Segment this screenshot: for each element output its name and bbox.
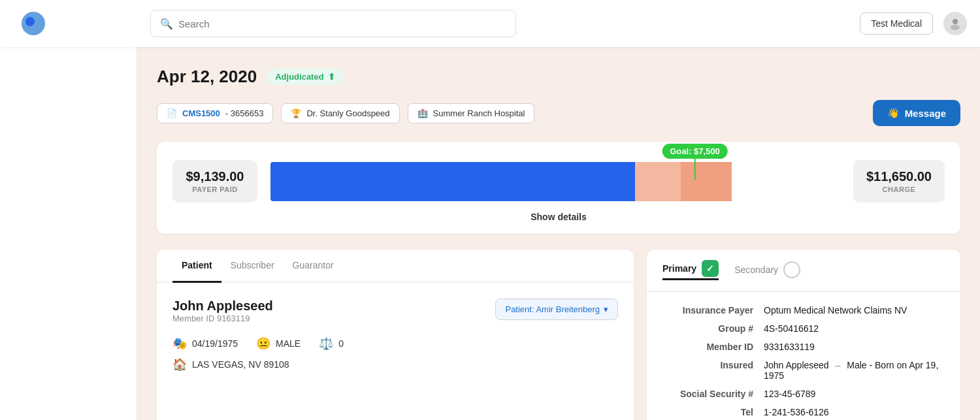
address-icon: 🏠 [172,357,187,372]
ins-label-member: Member ID [662,342,764,352]
org-button[interactable]: Test Medical [860,12,933,35]
patient-name-row: John Appleseed Member ID 9163119 Patient… [172,299,618,334]
progress-row: $9,139.00 PAYER PAID Goal: $7,500 $11,65… [172,160,945,202]
ins-value-member: 9331633119 [764,342,815,352]
goal-pill: Goal: $7,500 [662,144,728,159]
search-icon: 🔍 [160,18,173,30]
ins-row-insured: Insured John Appleseed – Male - Born on … [662,360,945,381]
patient-select-label: Patient: Amir Breitenberg [505,304,600,314]
secondary-label: Secondary [734,265,778,275]
balance-value: 0 [338,338,344,349]
sidebar [0,47,137,420]
ins-value-ssn: 123-45-6789 [764,389,815,399]
doctor-label: Dr. Stanly Goodspeed [306,108,389,118]
hospital-icon: 🏥 [417,108,428,118]
primary-check-icon: ✓ [702,260,719,277]
ins-row-payer: Insurance Payer Optum Medical Network Cl… [662,305,945,315]
charge-label: CHARGE [866,186,932,193]
tab-subscriber[interactable]: Subscriber [221,250,284,283]
secondary-circle-icon [783,261,800,278]
svg-point-1 [25,17,35,26]
search-box: 🔍 [150,10,516,37]
patient-select[interactable]: Patient: Amir Breitenberg ▾ [495,299,618,320]
chevron-down-icon: ▾ [604,304,608,314]
gender-icon: 😐 [256,336,270,351]
ins-label-tel: Tel [662,407,764,417]
left-panel: Patient Subscriber Guarantor John Apples… [157,250,634,420]
gender-detail: 😐 MALE [256,336,301,351]
user-avatar[interactable] [943,12,967,35]
page-date: Apr 12, 2020 [157,67,257,87]
ins-value-tel: 1-241-536-6126 [764,407,829,417]
insurance-tabs: Primary ✓ Secondary [647,250,960,292]
tags-row: 📄 CMS1500 - 3656653 🏆 Dr. Stanly Goodspe… [157,100,960,126]
member-id: Member ID 9163119 [172,314,273,323]
status-label: Adjudicated [275,72,323,82]
svg-point-2 [953,19,958,24]
goal-line: Goal: $7,500 [662,144,728,180]
logo-area [13,10,150,37]
logo-icon [20,10,47,37]
cms-icon: 📄 [167,108,177,118]
charge-amount: $11,650.00 [866,169,932,184]
ins-tab-primary[interactable]: Primary ✓ [662,260,719,280]
ins-value-insured: John Appleseed – Male - Born on Apr 19, … [764,360,945,381]
payer-paid-amount: $9,139.00 [186,169,244,184]
payer-paid-box: $9,139.00 PAYER PAID [172,160,257,202]
charge-box: $11,650.00 CHARGE [853,160,945,202]
tab-guarantor[interactable]: Guarantor [284,250,343,283]
search-input[interactable] [178,18,506,29]
tag-chip-doctor[interactable]: 🏆 Dr. Stanly Goodspeed [281,103,399,123]
cms-label: CMS1500 [182,108,220,118]
header-right: Test Medical [860,12,967,35]
ins-label-ssn: Social Security # [662,389,764,399]
patient-tabs: Patient Subscriber Guarantor [157,250,634,283]
bar-track [270,162,840,201]
message-label: Message [905,108,946,119]
primary-label: Primary [662,263,696,274]
address-value: LAS VEGAS, NV 89108 [192,359,289,370]
ins-value-group: 4S-50416612 [764,323,819,334]
ins-value-payer: Optum Medical Network Claims NV [764,305,907,315]
message-button[interactable]: 👋 Message [873,100,960,126]
address-row: 🏠 LAS VEGAS, NV 89108 [172,357,618,372]
user-icon [949,17,962,30]
ins-row-group: Group # 4S-50416612 [662,323,945,334]
balance-icon: ⚖️ [319,336,333,351]
bar-container: Goal: $7,500 [270,162,840,201]
doctor-icon: 🏆 [291,108,301,118]
dob-icon: 🎭 [172,336,187,351]
payer-paid-label: PAYER PAID [186,186,244,193]
ins-label-insured: Insured [662,360,764,381]
patient-name-text: John Appleseed [172,299,273,314]
tab-patient[interactable]: Patient [172,250,221,283]
dob-value: 04/19/1975 [192,338,238,349]
tag-chip-cms[interactable]: 📄 CMS1500 - 3656653 [157,103,273,123]
ins-label-group: Group # [662,323,764,334]
cms-suffix: - 3656653 [225,108,264,118]
insurance-content: Insurance Payer Optum Medical Network Cl… [647,292,960,420]
tag-chip-hospital[interactable]: 🏥 Summer Ranch Hospital [408,103,535,123]
status-icon: ⬆ [328,72,335,82]
ins-row-member: Member ID 9331633119 [662,342,945,352]
right-panel: Primary ✓ Secondary Insurance Payer Optu… [647,250,960,420]
insured-name: John Appleseed [764,360,829,370]
patient-content: John Appleseed Member ID 9163119 Patient… [157,283,634,387]
search-area: 🔍 [150,10,516,37]
status-badge: Adjudicated ⬆ [266,69,344,85]
ins-row-tel: Tel 1-241-536-6126 [662,407,945,417]
header: 🔍 Test Medical [0,0,980,47]
hospital-label: Summer Ranch Hospital [433,108,525,118]
message-icon: 👋 [887,107,900,119]
insured-sep: – [836,360,843,370]
page-header: Apr 12, 2020 Adjudicated ⬆ [157,67,960,87]
bar-blue [270,162,635,201]
patient-details-row: 🎭 04/19/1975 😐 MALE ⚖️ 0 [172,336,618,351]
ins-tab-secondary[interactable]: Secondary [734,261,800,280]
balance-detail: ⚖️ 0 [319,336,344,351]
ins-label-payer: Insurance Payer [662,305,764,315]
dob-detail: 🎭 04/19/1975 [172,336,238,351]
show-details-button[interactable]: Show details [172,212,945,222]
main-content: Apr 12, 2020 Adjudicated ⬆ 📄 CMS1500 - 3… [137,47,980,420]
ins-row-ssn: Social Security # 123-45-6789 [662,389,945,399]
